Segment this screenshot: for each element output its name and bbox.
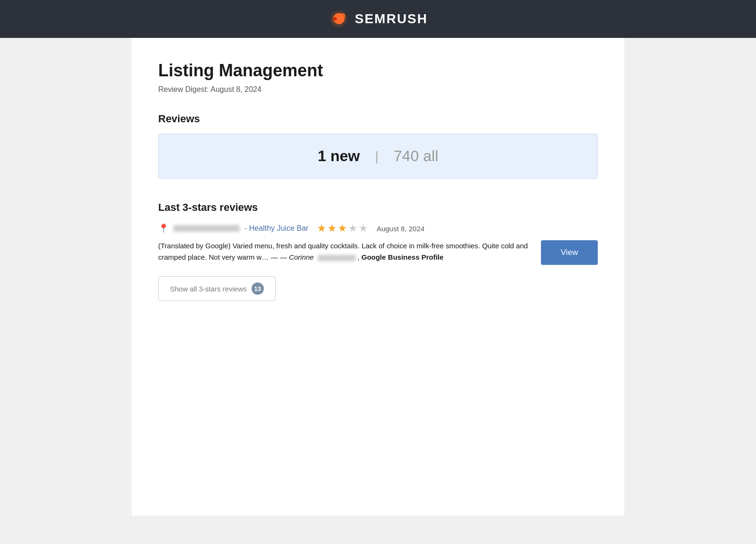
show-all-3-stars-button[interactable]: Show all 3-stars reviews 13 — [158, 276, 276, 301]
review-location-name: - Healthy Juice Bar — [244, 224, 308, 233]
review-source: Google Business Profile — [361, 253, 443, 261]
content-card: Listing Management Review Digest: August… — [132, 38, 624, 516]
last-reviews-title: Last 3-stars reviews — [158, 201, 598, 214]
location-icon: 📍 — [158, 223, 169, 234]
logo: SEMRUSH — [328, 9, 428, 29]
show-all-label: Show all 3-stars reviews — [170, 285, 247, 293]
review-body-row: (Translated by Google) Varied menu, fres… — [158, 240, 598, 265]
site-header: SEMRUSH — [0, 0, 756, 38]
review-date: August 8, 2024 — [377, 225, 424, 233]
review-text: (Translated by Google) Varied menu, fres… — [158, 240, 531, 263]
review-header: 📍 - Healthy Juice Bar ★ ★ ★ ★ ★ August 8… — [158, 222, 598, 235]
star-5: ★ — [359, 222, 368, 235]
page-subtitle: Review Digest: August 8, 2024 — [158, 85, 598, 94]
reviewer-name: — — Corinne — [271, 253, 314, 261]
all-count: 740 all — [394, 147, 438, 165]
star-2: ★ — [327, 222, 337, 235]
logo-text: SEMRUSH — [355, 11, 428, 27]
review-location-blurred — [173, 225, 240, 232]
view-button[interactable]: View — [541, 240, 598, 265]
last-reviews-section: Last 3-stars reviews 📍 - Healthy Juice B… — [158, 201, 598, 301]
page-title: Listing Management — [158, 61, 598, 81]
stats-divider: | — [375, 149, 378, 164]
star-1: ★ — [317, 222, 326, 235]
new-count: 1 new — [318, 147, 360, 165]
show-all-count-badge: 13 — [252, 282, 264, 295]
reviews-section-title: Reviews — [158, 113, 598, 125]
main-content: Listing Management Review Digest: August… — [0, 38, 756, 544]
reviewer-blurred — [318, 255, 356, 261]
semrush-logo-icon — [328, 9, 349, 29]
review-item: 📍 - Healthy Juice Bar ★ ★ ★ ★ ★ August 8… — [158, 222, 598, 265]
svg-point-1 — [333, 17, 337, 21]
star-3: ★ — [338, 222, 347, 235]
stars-container: ★ ★ ★ ★ ★ — [317, 222, 368, 235]
reviews-stats-box: 1 new | 740 all — [158, 134, 598, 179]
star-4: ★ — [348, 222, 358, 235]
